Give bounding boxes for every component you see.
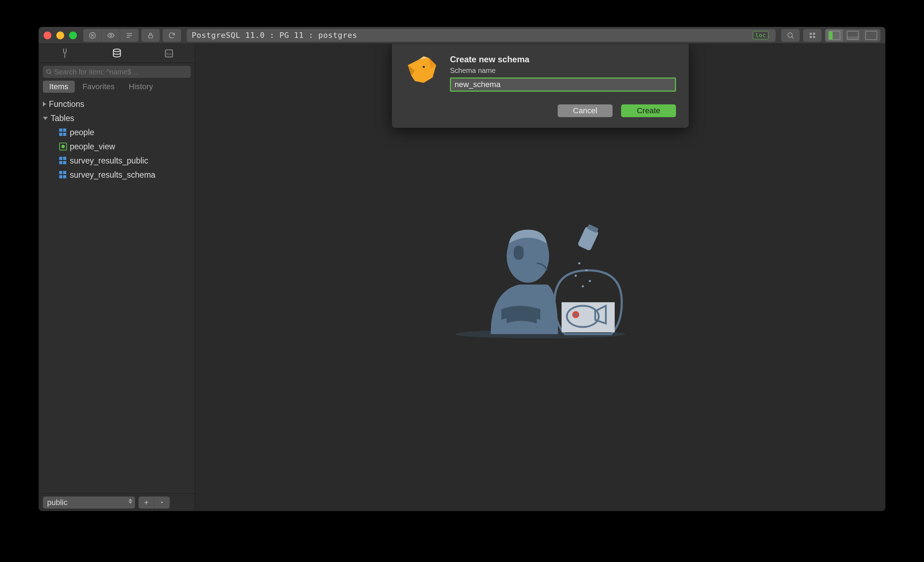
eye-icon[interactable] — [102, 29, 120, 42]
minimize-window-button[interactable] — [56, 31, 64, 39]
segment-history[interactable]: History — [122, 81, 159, 93]
elephant-icon — [402, 54, 441, 86]
table-icon — [59, 129, 67, 136]
svg-point-30 — [423, 66, 425, 68]
breadcrumb-text: PostgreSQL 11.0 : PG 11 : postgres — [192, 31, 357, 40]
svg-point-21 — [578, 262, 580, 265]
tree-item[interactable]: survey_results_schema — [39, 168, 195, 182]
refresh-icon[interactable] — [163, 29, 181, 42]
schema-name-input[interactable] — [450, 78, 676, 92]
tree-item[interactable]: survey_results_public — [39, 154, 195, 168]
schema-selector-label: public — [47, 498, 68, 507]
tree-group-tables[interactable]: Tables — [39, 111, 195, 125]
svg-rect-14 — [514, 246, 524, 260]
grid-icon[interactable] — [803, 29, 822, 42]
segment-items[interactable]: Items — [43, 81, 75, 93]
dialog-buttons: Cancel Create — [450, 105, 676, 117]
sidebar-tab-database[interactable] — [91, 44, 143, 63]
sidebar-tabs: SQL — [39, 44, 195, 63]
svg-point-25 — [582, 285, 584, 287]
layout-toggle-group — [825, 29, 880, 42]
sidebar-search-input[interactable] — [43, 66, 190, 78]
empty-state-illustration — [448, 210, 632, 345]
table-icon — [59, 171, 67, 179]
sidebar-tree: Functions Tables people people_view surv… — [39, 96, 195, 493]
search-icon — [46, 69, 52, 75]
tree-item[interactable]: people_view — [39, 139, 195, 154]
svg-point-3 — [788, 33, 792, 37]
tree-item-label: people_view — [70, 142, 115, 151]
svg-point-23 — [574, 275, 577, 277]
tree-item[interactable]: people — [39, 125, 195, 139]
svg-point-8 — [113, 49, 120, 52]
main-content: Create new schema Schema name Cancel Cre… — [195, 44, 885, 511]
create-button[interactable]: Create — [621, 105, 676, 117]
toolbar-right — [781, 29, 880, 42]
search-icon[interactable] — [781, 29, 800, 42]
tree-item-label: people — [70, 128, 94, 137]
window-body: SQL Items Favorites History Functions — [39, 44, 885, 511]
svg-point-18 — [574, 313, 577, 316]
loc-badge: loc — [753, 31, 768, 39]
svg-rect-4 — [810, 33, 812, 35]
create-schema-dialog: Create new schema Schema name Cancel Cre… — [392, 44, 689, 128]
sidebar-tab-sql[interactable]: SQL — [143, 44, 195, 63]
svg-rect-2 — [149, 35, 153, 38]
window-controls — [44, 31, 77, 39]
dialog-body: Create new schema Schema name Cancel Cre… — [450, 54, 676, 117]
cancel-button[interactable]: Cancel — [558, 105, 613, 117]
footer-button-group — [138, 496, 170, 508]
tree-label: Functions — [49, 99, 84, 109]
titlebar: PostgreSQL 11.0 : PG 11 : postgres loc — [39, 27, 885, 44]
svg-rect-7 — [813, 36, 815, 38]
sidebar-footer: public — [39, 493, 195, 511]
toolbar-group-left — [83, 29, 138, 42]
tree-item-label: survey_results_schema — [70, 170, 156, 180]
toolbar-refresh-group — [163, 29, 181, 42]
chevron-right-icon — [43, 102, 46, 106]
schema-selector[interactable]: public — [43, 496, 135, 508]
toolbar-lock-group — [141, 29, 160, 42]
svg-rect-6 — [810, 36, 812, 38]
chevron-down-icon — [43, 117, 48, 120]
tree-label: Tables — [51, 114, 74, 123]
add-button[interactable] — [138, 496, 154, 508]
stop-icon[interactable] — [83, 29, 102, 42]
layout-full-button[interactable] — [862, 29, 880, 42]
svg-point-22 — [585, 269, 587, 271]
stepper-icon — [129, 499, 132, 504]
lock-icon[interactable] — [141, 29, 160, 42]
layout-bottom-button[interactable] — [844, 29, 862, 42]
svg-point-11 — [47, 70, 51, 73]
table-icon — [59, 157, 67, 164]
svg-point-24 — [589, 280, 591, 282]
svg-rect-5 — [813, 33, 815, 35]
sidebar: SQL Items Favorites History Functions — [39, 44, 195, 511]
close-window-button[interactable] — [44, 31, 51, 39]
more-button[interactable] — [154, 496, 170, 508]
list-icon[interactable] — [120, 29, 138, 42]
sidebar-segment: Items Favorites History — [39, 81, 195, 96]
segment-favorites[interactable]: Favorites — [76, 81, 121, 93]
dialog-field-label: Schema name — [450, 67, 676, 75]
zoom-window-button[interactable] — [69, 31, 77, 39]
svg-text:SQL: SQL — [166, 52, 172, 55]
sidebar-search-row — [39, 63, 195, 81]
tree-group-functions[interactable]: Functions — [39, 97, 195, 111]
app-window: PostgreSQL 11.0 : PG 11 : postgres loc — [39, 27, 885, 511]
dialog-title: Create new schema — [450, 54, 676, 64]
tree-item-label: survey_results_public — [70, 156, 148, 166]
svg-point-1 — [110, 34, 112, 36]
sidebar-tab-connection[interactable] — [39, 44, 91, 63]
breadcrumb[interactable]: PostgreSQL 11.0 : PG 11 : postgres loc — [187, 29, 776, 42]
layout-left-button[interactable] — [825, 29, 844, 42]
view-icon — [59, 143, 67, 150]
